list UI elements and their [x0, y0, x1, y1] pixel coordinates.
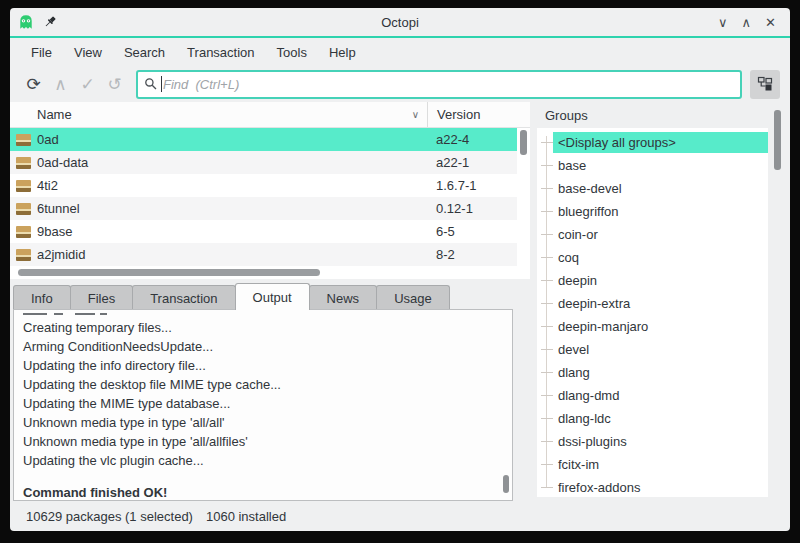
- text-caret: [161, 76, 162, 92]
- rollback-icon[interactable]: ↺: [101, 71, 128, 98]
- package-table: Name ∨ Version 0ad a22-4: [10, 102, 530, 279]
- package-table-header: Name ∨ Version: [10, 102, 530, 128]
- package-version: 1.6.7-1: [427, 178, 517, 193]
- output-line: Updating the MIME type database...: [23, 394, 503, 413]
- tab-usage[interactable]: Usage: [376, 285, 450, 310]
- toolbar: ⟳ ∧ ✓ ↺: [10, 66, 790, 102]
- package-icon: [10, 203, 37, 215]
- group-label: coin-or: [553, 224, 768, 245]
- group-label: dlang: [553, 362, 768, 383]
- list-item[interactable]: dssi-plugins: [537, 430, 768, 453]
- output-line: Unknown media type in type 'all/all': [23, 413, 503, 432]
- tree-branch-icon: [541, 303, 553, 304]
- menu-tools[interactable]: Tools: [266, 41, 318, 64]
- system-upgrade-icon[interactable]: ∧: [47, 71, 74, 98]
- name-column-header[interactable]: Name ∨: [37, 102, 427, 127]
- tree-branch-icon: [541, 234, 553, 235]
- menu-file[interactable]: File: [20, 41, 63, 64]
- table-row[interactable]: 0ad a22-4: [10, 128, 517, 151]
- output-pane[interactable]: Creating temporary files... Arming Condi…: [13, 309, 513, 501]
- groups-panel: Groups <Display all groups> base base-de…: [537, 102, 790, 501]
- commit-icon[interactable]: ✓: [74, 71, 101, 98]
- list-item[interactable]: dlang: [537, 361, 768, 384]
- package-version: 8-2: [427, 247, 517, 262]
- package-icon: [10, 249, 37, 261]
- groups-vertical-scrollbar-thumb[interactable]: [774, 110, 781, 170]
- list-item[interactable]: firefox-addons: [537, 476, 768, 499]
- titlebar[interactable]: Octopi ∨ ∧ ✕: [10, 8, 790, 38]
- menu-transaction[interactable]: Transaction: [176, 41, 265, 64]
- list-item[interactable]: <Display all groups>: [537, 131, 768, 154]
- output-vertical-scrollbar-thumb[interactable]: [503, 475, 509, 493]
- list-item[interactable]: dlang-ldc: [537, 407, 768, 430]
- list-item[interactable]: deepin: [537, 269, 768, 292]
- output-blank-line: [23, 470, 503, 483]
- search-input[interactable]: [163, 77, 734, 92]
- menu-search[interactable]: Search: [113, 41, 176, 64]
- table-row[interactable]: a2jmidid 8-2: [10, 243, 517, 266]
- tree-branch-icon: [541, 487, 553, 488]
- screen-background: Octopi ∨ ∧ ✕ File View Search Transactio…: [0, 0, 800, 543]
- package-icon: [10, 157, 37, 169]
- tree-branch-icon: [541, 372, 553, 373]
- group-label: deepin-extra: [553, 293, 768, 314]
- table-row[interactable]: 9base 6-5: [10, 220, 517, 243]
- list-item[interactable]: coin-or: [537, 223, 768, 246]
- tab-output[interactable]: Output: [235, 283, 310, 310]
- minimize-icon[interactable]: ∨: [718, 16, 728, 29]
- package-version: a22-1: [427, 155, 517, 170]
- maximize-icon[interactable]: ∧: [742, 16, 752, 29]
- scrollbar-thumb[interactable]: [18, 269, 320, 276]
- list-item[interactable]: bluegriffon: [537, 200, 768, 223]
- table-row[interactable]: 4ti2 1.6.7-1: [10, 174, 517, 197]
- list-item[interactable]: deepin-manjaro: [537, 315, 768, 338]
- installed-count-text: 1060 installed: [206, 509, 286, 524]
- list-item[interactable]: base-devel: [537, 177, 768, 200]
- menubar: File View Search Transaction Tools Help: [10, 38, 790, 66]
- table-vertical-scrollbar-thumb[interactable]: [520, 130, 527, 155]
- tree-branch-icon: [541, 441, 553, 442]
- group-view-toggle-button[interactable]: [750, 70, 780, 99]
- tab-files[interactable]: Files: [70, 285, 133, 310]
- name-column-label: Name: [37, 107, 72, 122]
- window-controls: ∨ ∧ ✕: [718, 16, 776, 29]
- detail-tabbar: Info Files Transaction Output News Usage: [10, 279, 530, 310]
- group-label: <Display all groups>: [553, 132, 768, 153]
- group-view-icon: [757, 76, 773, 92]
- tree-branch-icon: [541, 257, 553, 258]
- tab-news[interactable]: News: [309, 285, 378, 310]
- tree-branch-icon: [541, 418, 553, 419]
- sort-descending-icon: ∨: [412, 109, 419, 120]
- panel-splitter[interactable]: [530, 102, 537, 501]
- tab-info[interactable]: Info: [13, 285, 71, 310]
- group-label: devel: [553, 339, 768, 360]
- list-item[interactable]: fcitx-im: [537, 453, 768, 476]
- tree-branch-icon: [541, 142, 553, 143]
- menu-help[interactable]: Help: [318, 41, 367, 64]
- list-item[interactable]: dlang-dmd: [537, 384, 768, 407]
- version-column-header[interactable]: Version: [427, 102, 530, 127]
- table-row[interactable]: 6tunnel 0.12-1: [10, 197, 517, 220]
- output-line: Creating temporary files...: [23, 318, 503, 337]
- list-item[interactable]: coq: [537, 246, 768, 269]
- packages-count-text: 10629 packages (1 selected): [26, 509, 193, 524]
- table-row[interactable]: 0ad-data a22-1: [10, 151, 517, 174]
- list-item[interactable]: devel: [537, 338, 768, 361]
- list-item[interactable]: deepin-extra: [537, 292, 768, 315]
- close-icon[interactable]: ✕: [765, 16, 776, 29]
- package-rows: 0ad a22-4 0ad-data a22-1 4ti2 1.6.7-1: [10, 128, 517, 266]
- output-line: Arming ConditionNeedsUpdate...: [23, 337, 503, 356]
- table-horizontal-scrollbar[interactable]: [10, 266, 517, 279]
- list-item[interactable]: base: [537, 154, 768, 177]
- statusbar: 10629 packages (1 selected) 1060 install…: [10, 501, 790, 531]
- tree-branch-icon: [541, 165, 553, 166]
- group-label: firefox-addons: [553, 477, 768, 498]
- search-box: [136, 70, 742, 99]
- package-name: 6tunnel: [37, 201, 427, 216]
- sync-database-icon[interactable]: ⟳: [20, 71, 47, 98]
- tab-transaction[interactable]: Transaction: [132, 285, 235, 310]
- package-name: a2jmidid: [37, 247, 427, 262]
- package-icon: [10, 134, 37, 146]
- menu-view[interactable]: View: [63, 41, 113, 64]
- search-icon: [144, 77, 158, 91]
